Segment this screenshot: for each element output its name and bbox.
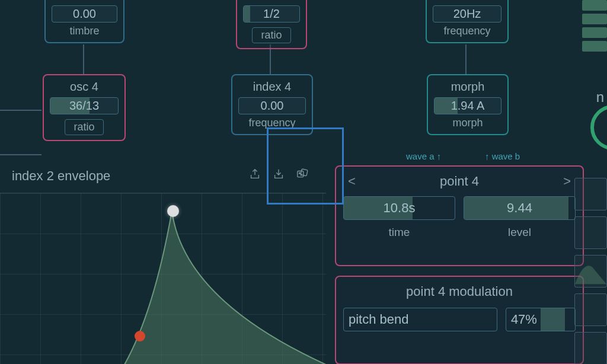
side-preview-3[interactable] [574, 255, 607, 288]
param-label: morph [434, 117, 501, 129]
wire [83, 44, 84, 74]
prev-point-arrow[interactable]: < [343, 174, 360, 189]
next-point-arrow[interactable]: > [558, 174, 576, 189]
point4-time-value[interactable]: 10.8s [343, 196, 455, 220]
node-title: index 3 [52, 0, 117, 2]
mod-amount[interactable]: 47% [506, 308, 576, 331]
wire [0, 110, 41, 111]
node-filter[interactable]: filter 20Hz frequency [426, 0, 509, 43]
ratio-button[interactable]: ratio [252, 27, 290, 43]
value-index4[interactable]: 0.00 [238, 97, 306, 114]
node-morph[interactable]: morph 1.94 A morph [427, 74, 509, 135]
export-icon[interactable] [243, 168, 267, 184]
node-title: morph [434, 80, 501, 94]
wire [0, 154, 41, 155]
point4-mod-title: point 4 modulation [343, 284, 576, 299]
side-letter: n [596, 89, 604, 106]
side-preview-2[interactable] [574, 216, 607, 249]
envelope-panel: index 2 envelope [0, 163, 326, 364]
node-index4[interactable]: index 4 0.00 frequency [231, 74, 313, 135]
mod-source[interactable]: pitch bend [343, 308, 497, 331]
side-knob[interactable] [589, 104, 607, 151]
envelope-point-white[interactable] [167, 205, 179, 217]
point4-title: point 4 [440, 174, 479, 189]
node-osc3[interactable]: osc 3 1/2 ratio [236, 0, 307, 49]
value-osc3[interactable]: 1/2 [243, 5, 300, 23]
value-morph[interactable]: 1.94 A [434, 97, 501, 114]
value-index3[interactable]: 0.00 [52, 5, 117, 23]
level-label: level [464, 226, 576, 239]
param-label: frequency [238, 117, 306, 129]
wire [465, 44, 467, 74]
import-icon[interactable] [267, 168, 290, 184]
node-index3[interactable]: index 3 0.00 timbre [44, 0, 124, 43]
wave-a-label: wave a ↑ [406, 151, 441, 161]
node-title: index 4 [238, 80, 306, 94]
param-label: frequency [433, 25, 501, 37]
node-title: osc 4 [50, 80, 119, 94]
time-label: time [343, 226, 455, 239]
point4-level-value[interactable]: 9.44 [464, 196, 576, 220]
side-meter [582, 0, 607, 59]
point4-mod-panel: point 4 modulation pitch bend 47% [335, 276, 584, 364]
node-title: osc 3 [243, 0, 300, 2]
dice-icon[interactable] [290, 168, 314, 184]
envelope-grid[interactable] [0, 193, 326, 364]
wave-b-label: ↑ wave b [485, 151, 520, 161]
side-preview-5[interactable] [574, 332, 607, 364]
side-preview-1[interactable] [574, 178, 607, 210]
svg-point-2 [299, 173, 301, 174]
node-osc4[interactable]: osc 4 36/13 ratio [43, 74, 126, 141]
node-title: filter [433, 0, 501, 2]
svg-point-3 [301, 174, 302, 175]
param-label: timbre [52, 25, 117, 37]
point4-panel: < point 4 > 10.8s time 9.44 level [335, 165, 584, 266]
value-filter[interactable]: 20Hz [433, 5, 501, 23]
envelope-point-red[interactable] [135, 331, 145, 341]
value-osc4[interactable]: 36/13 [50, 97, 119, 114]
ratio-button[interactable]: ratio [65, 119, 103, 135]
envelope-title: index 2 envelope [12, 168, 243, 184]
side-preview-4[interactable] [574, 293, 607, 326]
svg-point-4 [592, 107, 607, 148]
